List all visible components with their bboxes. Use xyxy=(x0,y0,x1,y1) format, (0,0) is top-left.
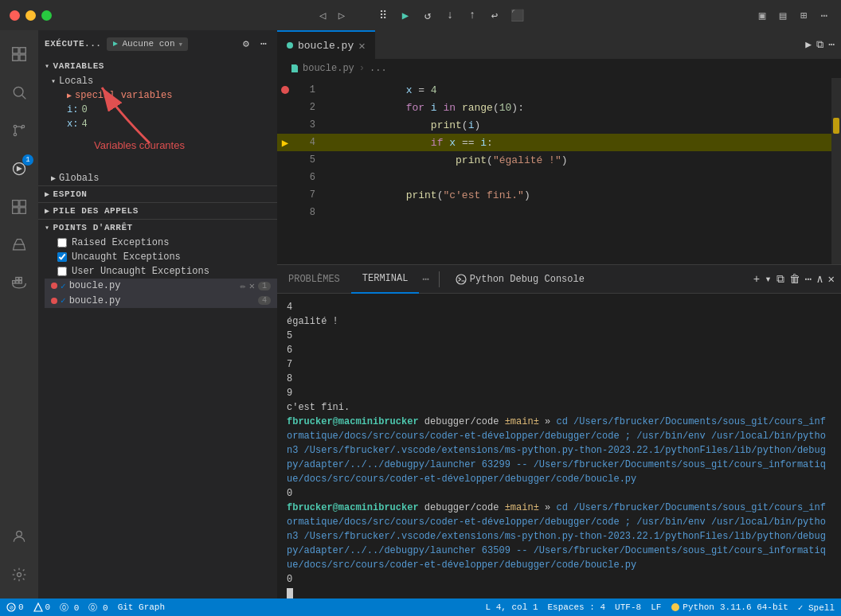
status-errors[interactable]: ⊘ 0 xyxy=(6,602,24,612)
status-eol[interactable]: LF xyxy=(651,602,661,612)
code-line-5: 5 print("égalité !") xyxy=(277,151,841,169)
delete-terminal-button[interactable]: 🗑 xyxy=(789,273,800,286)
globals-item[interactable]: ▶ Globals xyxy=(38,171,277,185)
variables-section: ▾ VARIABLES ▾ Locals ▶ special variables… xyxy=(38,58,277,185)
code-token: ) xyxy=(524,189,530,201)
status-git[interactable]: Git Graph xyxy=(118,602,165,612)
raised-exceptions-item[interactable]: Raised Exceptions xyxy=(45,236,277,250)
status-info-1[interactable]: ⓪ 0 xyxy=(60,602,79,614)
breakpoint-dot-1[interactable] xyxy=(281,86,289,94)
terminal-body[interactable]: 4 égalité ! 5 6 7 8 9 c'est fini. fbruck… xyxy=(277,294,841,598)
user-uncaught-exceptions-checkbox[interactable] xyxy=(57,267,67,276)
nav-back-button[interactable]: ◁ xyxy=(315,8,330,22)
step-back-button[interactable]: ↩ xyxy=(486,6,503,24)
breakpoints-section-header[interactable]: ▾ POINTS D'ARRÊT xyxy=(38,219,277,236)
more-tab-actions[interactable]: ⋯ xyxy=(828,38,835,51)
status-position-text: L 4, col 1 xyxy=(485,602,538,612)
uncaught-exceptions-item[interactable]: Uncaught Exceptions xyxy=(45,250,277,264)
code-token: print xyxy=(406,189,437,201)
activity-explorer[interactable] xyxy=(0,35,38,73)
term-output-6: 6 xyxy=(287,343,831,357)
status-python[interactable]: Python 3.11.6 64-bit xyxy=(671,602,788,612)
more-button[interactable]: ⋯ xyxy=(817,8,831,22)
add-terminal-button[interactable]: + xyxy=(753,273,760,286)
term-output-egalite: égalité ! xyxy=(287,314,831,329)
maximize-panel-button[interactable]: ∧ xyxy=(816,272,823,286)
close-panel-button[interactable]: ✕ xyxy=(828,272,835,286)
svg-point-19 xyxy=(17,531,22,536)
sidebar-toggle-button[interactable]: ▣ xyxy=(755,8,769,22)
status-spell[interactable]: ✓ Spell xyxy=(798,602,835,613)
run-config-selector[interactable]: Aucune con ▾ xyxy=(107,37,189,51)
user-uncaught-exceptions-item[interactable]: User Uncaught Exceptions xyxy=(45,264,277,279)
terminal-dropdown-button[interactable]: ▾ xyxy=(765,272,771,286)
bp-file-1[interactable]: ✓ boucle.py ✏ ✕ 1 xyxy=(45,279,277,294)
status-info-2[interactable]: ⓪ 0 xyxy=(88,602,108,614)
terminal-more-button[interactable]: ⋯ xyxy=(805,272,812,286)
stop-button[interactable]: ⬛ xyxy=(508,6,526,24)
minimize-button[interactable] xyxy=(25,10,36,21)
activity-settings[interactable] xyxy=(0,556,38,594)
scroll-thumb xyxy=(833,118,839,134)
locals-label: Locals xyxy=(59,76,93,87)
tab-problemes[interactable]: PROBLÈMES xyxy=(277,265,351,294)
panel-toggle-button[interactable]: ▤ xyxy=(776,8,790,22)
espion-section-header[interactable]: ▶ ESPION xyxy=(38,185,277,202)
bp-edit-icon-1[interactable]: ✏ xyxy=(241,280,246,292)
tab-terminal[interactable]: TERMINAL xyxy=(351,265,420,294)
maximize-button[interactable] xyxy=(41,10,52,21)
tab-bar: boucle.py ✕ ▶ ⧉ ⋯ xyxy=(277,30,841,59)
restart-button[interactable]: ↺ xyxy=(419,6,436,24)
status-spaces[interactable]: Espaces : 4 xyxy=(547,602,605,612)
term-result-2: 0 xyxy=(287,572,831,587)
activity-accounts[interactable] xyxy=(0,517,38,556)
pile-section-header[interactable]: ▶ PILE DES APPELS xyxy=(38,202,277,219)
tab-actions: ▶ ⧉ ⋯ xyxy=(805,38,841,51)
step-over-button[interactable]: ↓ xyxy=(441,6,459,24)
split-editor-button[interactable]: ⧉ xyxy=(816,39,823,51)
status-warnings[interactable]: 0 xyxy=(33,602,51,612)
activity-docker[interactable] xyxy=(0,264,38,302)
code-token: print xyxy=(456,154,487,166)
breadcrumb-separator: › xyxy=(359,63,365,74)
special-vars-label: special variables xyxy=(75,90,172,101)
tab-close-icon[interactable]: ✕ xyxy=(358,39,365,53)
bp-remove-icon-1[interactable]: ✕ xyxy=(249,280,255,292)
status-position[interactable]: L 4, col 1 xyxy=(485,602,538,612)
close-button[interactable] xyxy=(10,10,20,21)
more-actions-icon[interactable]: ⋯ xyxy=(256,37,271,51)
continue-button[interactable]: ▶ xyxy=(397,6,414,24)
status-spell-text: ✓ Spell xyxy=(798,602,835,613)
tab-debug-console[interactable]: Python Debug Console xyxy=(446,265,594,294)
activity-extensions[interactable] xyxy=(0,188,38,226)
variables-section-header[interactable]: ▾ VARIABLES xyxy=(38,58,277,74)
term-tab-more[interactable]: ⋯ xyxy=(422,272,428,286)
settings-icon[interactable]: ⚙ xyxy=(239,37,253,51)
split-terminal-button[interactable]: ⧉ xyxy=(776,273,784,286)
code-editor[interactable]: 1 x = 4 2 for i in range(10): 3 xyxy=(277,78,841,264)
debug-console-icon xyxy=(456,274,467,285)
activity-source-control[interactable] xyxy=(0,111,38,150)
layout-button[interactable]: ⊞ xyxy=(796,8,811,22)
breadcrumb: boucle.py › ... xyxy=(277,59,841,78)
raised-exceptions-checkbox[interactable] xyxy=(57,238,67,248)
line-number-4: 4 xyxy=(293,137,325,148)
locals-header[interactable]: ▾ Locals xyxy=(45,74,277,88)
status-encoding[interactable]: UTF-8 xyxy=(615,602,641,612)
activity-search[interactable] xyxy=(0,73,38,111)
editor-area: boucle.py ✕ ▶ ⧉ ⋯ boucle.py › ... xyxy=(277,30,841,598)
terminal-input-line[interactable] xyxy=(287,588,831,598)
tab-boucle-py[interactable]: boucle.py ✕ xyxy=(277,30,375,59)
line-number-8: 8 xyxy=(293,207,325,218)
run-split-button[interactable]: ▶ xyxy=(805,38,812,51)
svg-rect-14 xyxy=(13,281,15,283)
activity-testing[interactable] xyxy=(0,226,38,264)
special-vars-item[interactable]: ▶ special variables xyxy=(45,88,277,103)
bp-file-2[interactable]: ✓ boucle.py 4 xyxy=(45,294,277,308)
line-number-6: 6 xyxy=(293,172,325,183)
nav-forward-button[interactable]: ▷ xyxy=(334,8,349,22)
step-out-button[interactable]: ↑ xyxy=(464,6,481,24)
bp-file-2-actions: 4 xyxy=(258,296,271,305)
uncaught-exceptions-checkbox[interactable] xyxy=(57,252,67,262)
activity-run-debug[interactable]: 1 xyxy=(0,150,38,188)
